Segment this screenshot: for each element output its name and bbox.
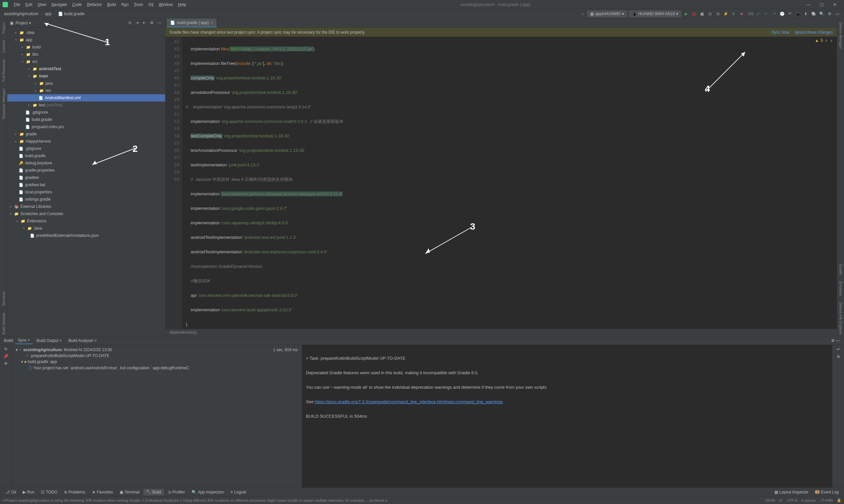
git-label: Git:: [748, 12, 754, 16]
git-tab[interactable]: ⎇ Git: [3, 489, 19, 496]
pullrequests-tool[interactable]: Pull Requests: [2, 58, 5, 83]
eye-icon[interactable]: 👁: [4, 361, 8, 366]
search-icon[interactable]: 🔍: [819, 11, 825, 17]
commit-tool[interactable]: Commit: [2, 39, 5, 54]
pin-icon[interactable]: 📌: [3, 354, 8, 359]
attach-debug-icon[interactable]: ⇲: [715, 11, 721, 17]
editor-tab-buildgradle[interactable]: 📄build.gradle (:app)×: [167, 18, 217, 28]
select-opened-icon[interactable]: ⊙: [128, 20, 134, 26]
account-icon[interactable]: ▭: [834, 11, 840, 17]
emulator-tool[interactable]: Emulator: [839, 280, 843, 297]
gradle-tool[interactable]: Gradle: [839, 263, 843, 276]
favorites-tab[interactable]: ★ Favorites: [89, 489, 116, 496]
build-tab[interactable]: 🔨 Build: [143, 489, 164, 496]
git-history-icon[interactable]: 🕑: [779, 11, 785, 17]
build-tab-output[interactable]: Build Output ×: [34, 337, 64, 344]
devicemgr-tool[interactable]: Device Manager: [839, 21, 843, 50]
editor-breadcrumb[interactable]: dependencies{}: [166, 329, 837, 336]
ignore-changes-link[interactable]: Ignore these changes: [795, 30, 833, 35]
eventlog-tab[interactable]: 3 Event Log: [812, 489, 841, 496]
debug-icon[interactable]: 🐞: [691, 11, 697, 17]
build-label: Build:: [4, 338, 14, 343]
problems-tab[interactable]: ⊘ Problems: [61, 489, 88, 496]
panel-hide-icon[interactable]: —: [157, 20, 162, 26]
android-studio-icon: [3, 2, 8, 7]
window-title: assistingAgriculture - build.gradle (:ap…: [189, 2, 802, 7]
avd-icon[interactable]: 📱: [795, 11, 801, 17]
menu-build[interactable]: Build: [104, 2, 119, 7]
build-settings-icon[interactable]: ⚙: [831, 338, 835, 343]
project-tree[interactable]: ▸📁.idea ▾📁app ▸📁build ▸📁libs ▾📁src ▸📁and…: [7, 28, 165, 336]
branch-icon[interactable]: ⎇ main: [820, 498, 833, 502]
stop-icon[interactable]: ■: [739, 11, 744, 17]
resourcemgr-tool[interactable]: Resource Manager: [2, 87, 5, 121]
apply-changes-icon[interactable]: ⚡: [723, 11, 729, 17]
devicefile-tool[interactable]: Device File Explorer: [839, 301, 843, 336]
expand-all-icon[interactable]: ⇥: [136, 20, 141, 26]
sdk-icon[interactable]: ⬇: [803, 11, 809, 17]
apply-code-icon[interactable]: ⬇: [730, 11, 737, 17]
scroll-end-icon[interactable]: ⇊: [837, 354, 840, 359]
layoutinspector-tab[interactable]: ▦ Layout Inspector: [772, 489, 811, 496]
menu-view[interactable]: View: [35, 2, 49, 7]
run-tab[interactable]: ▶ Run: [20, 489, 37, 496]
menu-git[interactable]: Git: [146, 2, 156, 7]
make-project-icon[interactable]: ↘: [579, 11, 585, 17]
menu-run[interactable]: Run: [119, 2, 131, 7]
breadcrumb-app[interactable]: app: [44, 11, 53, 17]
panel-settings-icon[interactable]: ⚙: [150, 20, 155, 26]
sync-now-link[interactable]: Sync Now: [772, 30, 790, 35]
soft-wrap-icon[interactable]: ↩: [837, 347, 840, 352]
breadcrumb-file[interactable]: 📄 build.gradle: [57, 11, 86, 17]
build-tree[interactable]: ▾ ✓ assistingAgriculture: finished At 20…: [12, 345, 302, 488]
menu-code[interactable]: Code: [70, 2, 84, 7]
collapse-all-icon[interactable]: ⇤: [143, 20, 148, 26]
git-commit-icon[interactable]: ✓: [763, 11, 769, 17]
appinspection-tab[interactable]: 🔍 App Inspection: [189, 489, 226, 496]
menu-navigate[interactable]: Navigate: [49, 2, 70, 7]
build-hide-icon[interactable]: —: [836, 338, 840, 343]
build-tab-sync[interactable]: Sync ×: [15, 337, 33, 344]
breadcrumb-root[interactable]: assistingAgriculture: [3, 11, 39, 17]
close-tab-icon[interactable]: ×: [211, 20, 213, 25]
project-panel-title[interactable]: Project ▾: [16, 21, 126, 25]
git-push-icon[interactable]: ↗: [771, 11, 777, 17]
profiler-tab[interactable]: ◷ Profiler: [165, 489, 188, 496]
run-icon[interactable]: ▶: [683, 11, 689, 17]
restart-icon[interactable]: ↻: [4, 347, 7, 352]
code-editor[interactable]: implementation files('libs\\AMap_Locatio…: [182, 37, 837, 329]
menu-edit[interactable]: Edit: [23, 2, 35, 7]
logcat-tab[interactable]: ≡ Logcat: [228, 489, 248, 496]
project-tool[interactable]: Project: [2, 21, 5, 35]
build-output[interactable]: > Task :prepareKotlinBuildScriptModel UP…: [302, 345, 832, 488]
settings-icon[interactable]: ⚙: [827, 11, 832, 17]
gradle-docs-link[interactable]: https://docs.gradle.org/7.3.3/userguide/…: [315, 399, 503, 404]
terminal-tab[interactable]: ▣ Terminal: [117, 489, 142, 496]
minimize-button[interactable]: —: [802, 1, 815, 8]
caret-position[interactable]: 58:58: [766, 499, 775, 502]
buildvariants-tool[interactable]: Build Variants: [2, 311, 5, 336]
device-combo[interactable]: 📱 HUAWEI BMH-AN10 ▾: [629, 11, 682, 17]
indent[interactable]: 4 spaces: [801, 499, 816, 502]
status-message: Project assistingAgriculture is using th…: [6, 499, 762, 502]
menu-file[interactable]: File: [11, 2, 23, 7]
run-config-combo[interactable]: ▦ appInHUAWEI ▾: [587, 11, 627, 17]
git-update-icon[interactable]: ↙: [755, 11, 761, 17]
line-separator[interactable]: LF: [779, 499, 783, 502]
todo-tab[interactable]: ☑ TODO: [38, 489, 60, 496]
menu-window[interactable]: Window: [156, 2, 175, 7]
menu-tools[interactable]: Tools: [131, 2, 146, 7]
close-button[interactable]: ✕: [828, 1, 841, 8]
menu-refactor[interactable]: Refactor: [84, 2, 104, 7]
coverage-icon[interactable]: ▣: [699, 11, 705, 17]
build-tab-analyzer[interactable]: Build Analyzer ×: [66, 337, 99, 344]
encoding[interactable]: UTF-8: [787, 499, 797, 502]
sync-icon[interactable]: 🐘: [811, 11, 816, 17]
git-rollback-icon[interactable]: ↶: [787, 11, 793, 17]
menu-help[interactable]: Help: [175, 2, 189, 7]
gutter[interactable]: 4142434445464748495051525354555657585960: [166, 37, 182, 329]
maximize-button[interactable]: ▢: [815, 1, 828, 8]
inspection-widget[interactable]: ▲5 ∧∨: [815, 38, 833, 43]
profile-icon[interactable]: ◷: [707, 11, 713, 17]
structure-tool[interactable]: Structure: [2, 290, 5, 307]
